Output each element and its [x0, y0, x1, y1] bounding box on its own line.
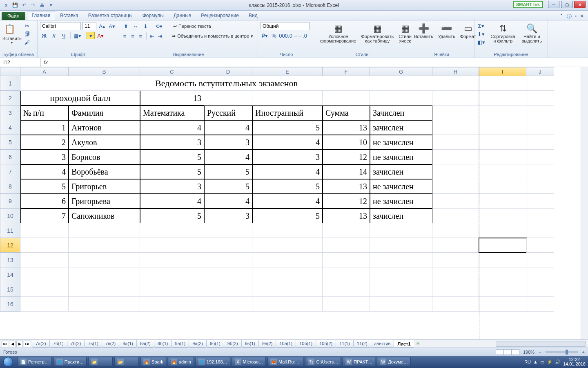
select-all-corner[interactable]: [0, 67, 20, 76]
align-left-icon[interactable]: ≡: [122, 32, 128, 40]
zoom-level[interactable]: 190%: [523, 350, 535, 355]
cell-B13[interactable]: [69, 253, 140, 267]
normal-view-icon[interactable]: [496, 349, 504, 355]
cell-B11[interactable]: [69, 223, 140, 238]
cell-H8[interactable]: [432, 179, 479, 194]
tab-data[interactable]: Данные: [169, 11, 196, 20]
cell-J3[interactable]: [526, 105, 554, 120]
cell-G16[interactable]: [370, 297, 432, 312]
cell-J9[interactable]: [526, 194, 554, 209]
sheet-tab[interactable]: 8б(1): [154, 340, 172, 348]
sheet-tab[interactable]: 9а(2): [189, 340, 207, 348]
cell-D12[interactable]: [204, 238, 252, 253]
cell-H1[interactable]: [432, 76, 479, 91]
increase-font-icon[interactable]: A▴: [98, 22, 106, 30]
font-color-icon[interactable]: A▾: [96, 32, 105, 39]
cell-F8[interactable]: 13: [323, 179, 370, 194]
conditional-format-button[interactable]: ▦Условное форматирование: [318, 22, 359, 44]
tray-volume-icon[interactable]: 🔊: [555, 359, 561, 365]
cell-J7[interactable]: [526, 164, 554, 179]
autosum-icon[interactable]: Σ▾: [477, 22, 485, 29]
cell-B12[interactable]: [69, 238, 140, 253]
cell-F15[interactable]: [323, 282, 370, 297]
cell-F7[interactable]: 14: [323, 164, 370, 179]
row-header-6[interactable]: 6: [0, 150, 20, 164]
fill-color-icon[interactable]: ▾: [87, 32, 95, 39]
cell-D7[interactable]: 5: [204, 164, 252, 179]
sheet-tab[interactable]: 8а(2): [136, 340, 154, 348]
cell-A16[interactable]: [20, 297, 69, 312]
row-header-1[interactable]: 1: [0, 76, 20, 91]
cell-I3[interactable]: [479, 105, 526, 120]
cell-E15[interactable]: [252, 282, 323, 297]
cell-D11[interactable]: [204, 223, 252, 238]
cell-G10[interactable]: зачислен: [370, 209, 432, 223]
cell-A13[interactable]: [20, 253, 69, 267]
cell-I8[interactable]: [479, 179, 526, 194]
tray-up-icon[interactable]: ▲: [533, 359, 538, 364]
find-select-button[interactable]: 🔍Найти и выделить: [519, 22, 546, 46]
cell-B7[interactable]: Воробьёва: [69, 164, 140, 179]
tab-insert[interactable]: Вставка: [55, 11, 83, 20]
cell-J14[interactable]: [526, 267, 554, 282]
format-table-button[interactable]: ▦Форматировать как таблицу: [359, 22, 396, 44]
cell-F12[interactable]: [323, 238, 370, 253]
decrease-indent-icon[interactable]: ⇤: [149, 32, 155, 40]
cell-B8[interactable]: Григорьев: [69, 179, 140, 194]
cell-G8[interactable]: не зачислен: [370, 179, 432, 194]
taskbar-item[interactable]: 7zC:\Users…: [305, 357, 341, 367]
sheet-tab[interactable]: 7в(2): [102, 340, 119, 348]
cell-I12[interactable]: [479, 238, 526, 253]
cell-E12[interactable]: [252, 238, 323, 253]
tray-lang[interactable]: RU: [524, 359, 531, 364]
cell-D3[interactable]: Русский: [204, 105, 252, 120]
cell-G11[interactable]: [370, 223, 432, 238]
cell-J12[interactable]: [526, 238, 554, 253]
vertical-scrollbar[interactable]: [581, 67, 588, 339]
cell-B16[interactable]: [69, 297, 140, 312]
cell-I14[interactable]: [479, 267, 526, 282]
cell-A4[interactable]: 1: [20, 120, 69, 135]
smart-ink-badge[interactable]: SMART Ink: [513, 1, 543, 8]
percent-icon[interactable]: %: [270, 32, 278, 39]
fill-icon[interactable]: ⬇▾: [477, 30, 485, 38]
row-header-4[interactable]: 4: [0, 120, 20, 135]
cell-H12[interactable]: [432, 238, 479, 253]
row-header-8[interactable]: 8: [0, 179, 20, 194]
cell-I6[interactable]: [479, 150, 526, 164]
row-header-14[interactable]: 14: [0, 267, 20, 282]
cell-C5[interactable]: 3: [140, 135, 204, 150]
clear-icon[interactable]: ◧▾: [477, 38, 485, 46]
close-button[interactable]: ✕: [574, 1, 586, 8]
zoom-in-icon[interactable]: +: [582, 350, 585, 355]
cell-C4[interactable]: 4: [140, 120, 204, 135]
cell-C2[interactable]: 13: [140, 91, 204, 105]
cell-H14[interactable]: [432, 267, 479, 282]
cell-G14[interactable]: [370, 267, 432, 282]
cell-A9[interactable]: 6: [20, 194, 69, 209]
decrease-font-icon[interactable]: A▾: [108, 22, 116, 30]
cell-I11[interactable]: [479, 223, 526, 238]
cell-E5[interactable]: 4: [252, 135, 323, 150]
cell-H5[interactable]: [432, 135, 479, 150]
underline-button[interactable]: Ч: [60, 32, 68, 39]
cell-D14[interactable]: [204, 267, 252, 282]
cell-D8[interactable]: 5: [204, 179, 252, 194]
row-header-12[interactable]: 12: [0, 238, 20, 253]
cell-B6[interactable]: Борисов: [69, 150, 140, 164]
paste-button[interactable]: 📋 Вставить ▾: [2, 22, 22, 46]
cell-I10[interactable]: [479, 209, 526, 223]
cell-B15[interactable]: [69, 282, 140, 297]
taskbar-item[interactable]: 🌐192.168…: [196, 357, 230, 367]
col-header-H[interactable]: H: [432, 67, 479, 76]
redo-icon[interactable]: ↷: [29, 2, 37, 9]
col-header-B[interactable]: B: [69, 67, 140, 76]
cell-E7[interactable]: 4: [252, 164, 323, 179]
cell-B14[interactable]: [69, 267, 140, 282]
file-tab[interactable]: Файл: [2, 12, 25, 20]
cell-A7[interactable]: 4: [20, 164, 69, 179]
save-icon[interactable]: 💾: [11, 2, 19, 9]
cell-G6[interactable]: не зачислен: [370, 150, 432, 164]
cell-E4[interactable]: 5: [252, 120, 323, 135]
new-sheet-button[interactable]: ✻: [414, 341, 422, 346]
